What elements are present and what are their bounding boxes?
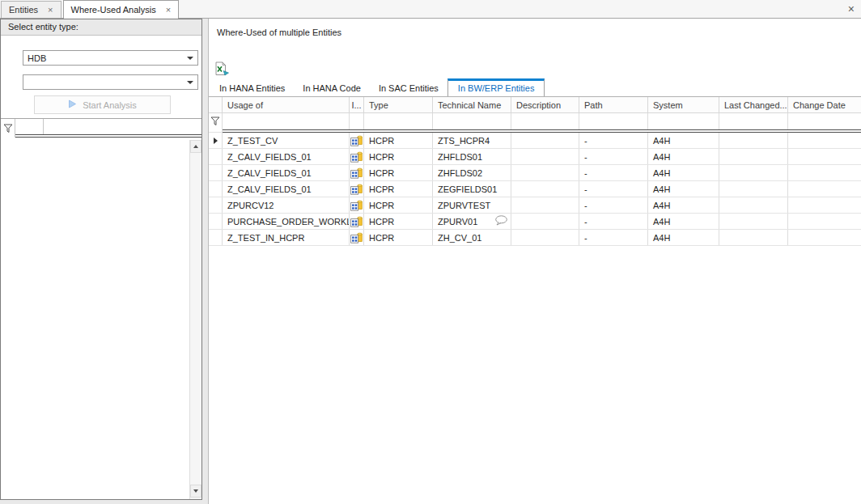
path-cell[interactable]: - xyxy=(579,181,648,197)
usage-of-cell[interactable]: ZPURCV12 xyxy=(223,197,350,213)
description-cell[interactable] xyxy=(511,149,579,164)
description-cell[interactable] xyxy=(511,181,579,197)
change-date-cell[interactable] xyxy=(788,165,861,180)
description-cell[interactable] xyxy=(511,197,579,213)
type-cell[interactable]: HCPR xyxy=(364,165,433,180)
filter-cell[interactable] xyxy=(223,113,350,129)
filter-funnel-icon[interactable] xyxy=(1,119,15,138)
column-header-usage-of[interactable]: Usage of xyxy=(223,97,350,112)
table-row[interactable]: Z_TEST_IN_HCPR HCPR ZH_CV_01 - A4H xyxy=(209,230,861,246)
close-icon[interactable]: × xyxy=(48,6,53,15)
filter-cell[interactable] xyxy=(350,113,364,129)
comment-bubble-icon[interactable] xyxy=(494,215,508,227)
technical-name-cell[interactable]: ZPURVTEST xyxy=(433,197,511,213)
close-icon[interactable]: × xyxy=(848,3,855,15)
filter-funnel-icon[interactable] xyxy=(209,113,223,133)
filter-cell[interactable] xyxy=(719,113,788,129)
tab-where-used-analysis[interactable]: Where-Used Analysis × xyxy=(63,0,180,19)
change-date-cell[interactable] xyxy=(788,197,861,213)
last-changed-cell[interactable] xyxy=(719,149,788,164)
path-cell[interactable]: - xyxy=(579,214,648,229)
description-cell[interactable] xyxy=(511,214,579,229)
last-changed-cell[interactable] xyxy=(719,165,788,180)
type-cell[interactable]: HCPR xyxy=(364,197,433,213)
path-cell[interactable]: - xyxy=(579,133,648,148)
column-header-technical-name[interactable]: Technical Name xyxy=(433,97,511,112)
filter-cell[interactable] xyxy=(579,113,648,129)
filter-cell[interactable] xyxy=(433,113,511,129)
vertical-scrollbar[interactable] xyxy=(189,140,201,499)
tab-in-bw-erp-entities[interactable]: In BW/ERP Entities xyxy=(447,78,545,96)
description-cell[interactable] xyxy=(511,230,579,245)
usage-of-cell[interactable]: Z_CALV_FIELDS_01 xyxy=(223,165,350,180)
technical-name-cell[interactable]: ZH_CV_01 xyxy=(433,230,511,245)
technical-name-cell[interactable]: ZTS_HCPR4 xyxy=(433,133,511,148)
usage-of-cell[interactable]: Z_CALV_FIELDS_01 xyxy=(223,149,350,164)
filter-cell[interactable] xyxy=(788,113,861,129)
last-changed-cell[interactable] xyxy=(719,230,788,245)
last-changed-cell[interactable] xyxy=(719,181,788,197)
filter-cell[interactable] xyxy=(364,113,433,129)
close-icon[interactable]: × xyxy=(166,6,171,15)
last-changed-cell[interactable] xyxy=(719,133,788,148)
last-changed-cell[interactable] xyxy=(719,214,788,229)
system-cell[interactable]: A4H xyxy=(648,165,719,180)
column-header-system[interactable]: System xyxy=(648,97,719,112)
path-cell[interactable]: - xyxy=(579,149,648,164)
usage-of-cell[interactable]: Z_TEST_IN_HCPR xyxy=(223,230,350,245)
table-row[interactable]: Z_CALV_FIELDS_01 HCPR ZEGFIELDS01 - A4H xyxy=(209,181,861,197)
usage-of-cell[interactable]: Z_TEST_CV xyxy=(223,133,350,148)
column-header-icon[interactable]: I... xyxy=(350,97,364,112)
system-cell[interactable]: A4H xyxy=(648,149,719,164)
filter-cell[interactable] xyxy=(648,113,719,129)
path-cell[interactable]: - xyxy=(579,230,648,245)
start-analysis-button[interactable]: Start Analysis xyxy=(34,95,171,114)
change-date-cell[interactable] xyxy=(788,230,861,245)
grid-filter-cell[interactable] xyxy=(15,119,44,134)
system-cell[interactable]: A4H xyxy=(648,214,719,229)
scroll-up-icon[interactable] xyxy=(190,140,201,153)
table-row[interactable]: Z_CALV_FIELDS_01 HCPR ZHFLDS02 - A4H xyxy=(209,165,861,181)
entity-dropdown[interactable] xyxy=(23,74,198,90)
type-cell[interactable]: HCPR xyxy=(364,181,433,197)
grid-filter-row[interactable] xyxy=(1,119,201,138)
system-cell[interactable]: A4H xyxy=(648,197,719,213)
grid-filter-cell[interactable] xyxy=(44,119,201,134)
path-cell[interactable]: - xyxy=(579,197,648,213)
type-cell[interactable]: HCPR xyxy=(364,149,433,164)
entity-type-dropdown[interactable]: HDB xyxy=(23,50,198,66)
tab-in-sac-entities[interactable]: In SAC Entities xyxy=(370,80,447,96)
filter-cell[interactable] xyxy=(511,113,579,129)
technical-name-cell[interactable]: ZPURV01 xyxy=(433,214,511,229)
table-row[interactable]: ZPURCV12 HCPR ZPURVTEST - A4H xyxy=(209,197,861,214)
technical-name-cell[interactable]: ZEGFIELDS01 xyxy=(433,181,511,197)
system-cell[interactable]: A4H xyxy=(648,230,719,245)
table-row[interactable]: PURCHASE_ORDER_WORKLIST HCPR ZPURV01 - A… xyxy=(209,214,861,230)
tab-in-hana-entities[interactable]: In HANA Entities xyxy=(210,80,294,96)
table-row[interactable]: Z_TEST_CV HCPR ZTS_HCPR4 - A4H xyxy=(209,133,861,149)
usage-of-cell[interactable]: Z_CALV_FIELDS_01 xyxy=(223,181,350,197)
technical-name-cell[interactable]: ZHFLDS02 xyxy=(433,165,511,180)
column-header-last-changed[interactable]: Last Changed... xyxy=(719,97,788,112)
type-cell[interactable]: HCPR xyxy=(364,230,433,245)
technical-name-cell[interactable]: ZHFLDS01 xyxy=(433,149,511,164)
column-header-description[interactable]: Description xyxy=(511,97,579,112)
column-header-path[interactable]: Path xyxy=(579,97,648,112)
system-cell[interactable]: A4H xyxy=(648,133,719,148)
tab-entities[interactable]: Entities × xyxy=(1,1,62,18)
usage-of-cell[interactable]: PURCHASE_ORDER_WORKLIST xyxy=(223,214,350,229)
chevron-down-icon[interactable] xyxy=(183,81,197,84)
scroll-down-icon[interactable] xyxy=(190,485,201,498)
tab-in-hana-code[interactable]: In HANA Code xyxy=(294,80,370,96)
description-cell[interactable] xyxy=(511,165,579,180)
grid-filter-cells[interactable] xyxy=(15,119,201,138)
change-date-cell[interactable] xyxy=(788,214,861,229)
system-cell[interactable]: A4H xyxy=(648,181,719,197)
description-cell[interactable] xyxy=(511,133,579,148)
type-cell[interactable]: HCPR xyxy=(364,133,433,148)
type-cell[interactable]: HCPR xyxy=(364,214,433,229)
chevron-down-icon[interactable] xyxy=(183,57,197,60)
change-date-cell[interactable] xyxy=(788,149,861,164)
change-date-cell[interactable] xyxy=(788,181,861,197)
change-date-cell[interactable] xyxy=(788,133,861,148)
